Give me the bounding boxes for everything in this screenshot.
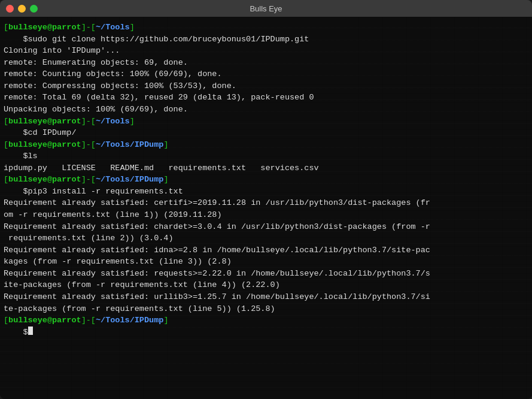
maximize-button[interactable] bbox=[30, 5, 38, 13]
terminal-line: $pip3 install -r requirements.txt bbox=[4, 186, 528, 198]
terminal-line: $ls bbox=[4, 150, 528, 162]
terminal-line: [bullseye@parrot]-[~/Tools/IPDump] bbox=[4, 139, 528, 151]
terminal-line: $sudo git clone https://github.com/bruce… bbox=[4, 34, 528, 46]
terminal-line: ipdump.py LICENSE README.md requirements… bbox=[4, 162, 528, 174]
terminal-line: $cd IPDump/ bbox=[4, 127, 528, 139]
terminal-line: remote: Enumerating objects: 69, done. bbox=[4, 57, 528, 69]
terminal-body[interactable]: [bullseye@parrot]-[~/Tools] $sudo git cl… bbox=[0, 17, 532, 399]
terminal-line: Requirement already satisfied: chardet>=… bbox=[4, 221, 528, 233]
terminal-line: Requirement already satisfied: certifi>=… bbox=[4, 197, 528, 209]
cursor bbox=[28, 327, 33, 335]
terminal-line: $ bbox=[4, 327, 528, 338]
terminal-line: Requirement already satisfied: requests>… bbox=[4, 268, 528, 280]
terminal-line: Requirement already satisfied: urllib3>=… bbox=[4, 291, 528, 303]
terminal-line: [bullseye@parrot]-[~/Tools/IPDump] bbox=[4, 315, 528, 327]
terminal-line: Cloning into 'IPDump'... bbox=[4, 45, 528, 57]
terminal-line: kages (from -r requirements.txt (line 3)… bbox=[4, 256, 528, 268]
terminal-line: ite-packages (from -r requirements.txt (… bbox=[4, 279, 528, 291]
terminal-content: [bullseye@parrot]-[~/Tools] $sudo git cl… bbox=[4, 22, 528, 338]
terminal-line: Unpacking objects: 100% (69/69), done. bbox=[4, 104, 528, 116]
minimize-button[interactable] bbox=[18, 5, 26, 13]
window-title: Bulls Eye bbox=[250, 4, 282, 13]
terminal-line: te-packages (from -r requirements.txt (l… bbox=[4, 303, 528, 315]
terminal-line: Requirement already satisfied: idna>=2.8… bbox=[4, 244, 528, 256]
titlebar: Bulls Eye bbox=[0, 0, 532, 17]
traffic-lights bbox=[6, 5, 38, 13]
terminal-line: [bullseye@parrot]-[~/Tools] bbox=[4, 22, 528, 34]
terminal-line: remote: Total 69 (delta 32), reused 29 (… bbox=[4, 92, 528, 104]
terminal-line: [bullseye@parrot]-[~/Tools] bbox=[4, 116, 528, 128]
terminal-line: requirements.txt (line 2)) (3.0.4) bbox=[4, 232, 528, 244]
close-button[interactable] bbox=[6, 5, 14, 13]
terminal-window: Bulls Eye [bullseye@parrot]-[~/Tools] $s… bbox=[0, 0, 532, 399]
terminal-line: remote: Counting objects: 100% (69/69), … bbox=[4, 68, 528, 80]
terminal-line: [bullseye@parrot]-[~/Tools/IPDump] bbox=[4, 174, 528, 186]
terminal-line: remote: Compressing objects: 100% (53/53… bbox=[4, 80, 528, 92]
terminal-line: om -r requirements.txt (line 1)) (2019.1… bbox=[4, 209, 528, 221]
